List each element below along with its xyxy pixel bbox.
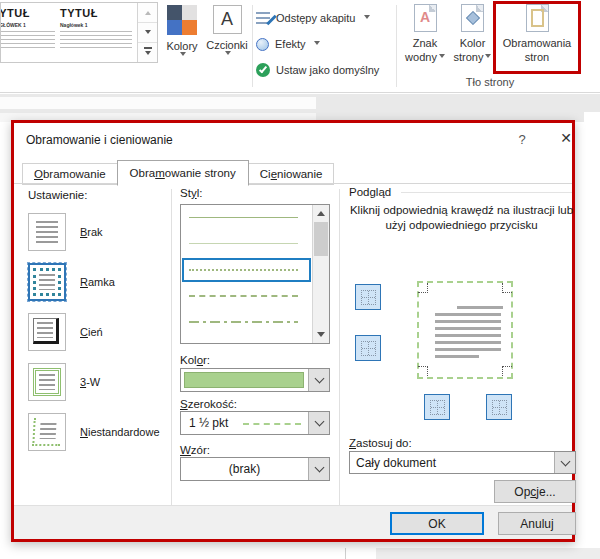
- style-set-card-1[interactable]: TYTUŁ NAGŁÓWEK 1: [1, 3, 55, 62]
- style-label: Styl:: [180, 187, 202, 199]
- setting-label: Ustawienie:: [28, 189, 87, 201]
- gallery-scroll-up-button[interactable]: [138, 3, 157, 23]
- chevron-down-icon: [314, 374, 324, 384]
- up-arrow-icon: [145, 8, 151, 15]
- document-page-edge: [0, 97, 316, 109]
- ribbon-separator: [252, 5, 253, 87]
- style-item-thin[interactable]: [181, 231, 312, 257]
- watermark-label-line2: wodny: [405, 51, 437, 63]
- apply-to-dropdown[interactable]: Cały dokument: [349, 451, 576, 474]
- text-line: [435, 348, 501, 351]
- options-button[interactable]: Opcje...: [494, 480, 576, 503]
- color-dropdown[interactable]: [180, 368, 330, 392]
- style-listbox[interactable]: [180, 204, 330, 344]
- scrollbar-thumb[interactable]: [314, 222, 328, 256]
- style-item-dashed[interactable]: [181, 283, 312, 309]
- up-arrow-icon: [317, 207, 325, 216]
- preview-text-lines: [435, 306, 503, 362]
- ok-button[interactable]: OK: [390, 512, 484, 535]
- style-set-gallery: TYTUŁ NAGŁÓWEK 1 TYTUŁ Nagłówek 1: [0, 2, 158, 63]
- effects-menu-item[interactable]: Efekty: [256, 31, 394, 57]
- border-grid-icon: [430, 400, 445, 415]
- gallery-more-button[interactable]: [138, 43, 157, 62]
- dotted-line-sample: [189, 269, 298, 271]
- color-label: Kolor:: [180, 354, 210, 366]
- top-border-toggle-button[interactable]: [355, 284, 381, 310]
- setting-option-none[interactable]: Brak: [28, 213, 103, 251]
- style-item-dotted-selected[interactable]: [181, 257, 312, 283]
- border-grid-icon: [492, 400, 507, 415]
- art-label: Wzór:: [180, 444, 210, 456]
- dropdown-button[interactable]: [554, 452, 575, 473]
- chevron-down-icon: [225, 51, 231, 58]
- style-set-body-preview: [60, 31, 132, 48]
- down-arrow-icon: [145, 30, 151, 37]
- setting-box-icon: [28, 263, 66, 301]
- close-icon[interactable]: ✕: [557, 130, 575, 146]
- bottom-border-toggle-button[interactable]: [355, 335, 381, 361]
- preview-group-line: [401, 192, 572, 193]
- check-circle-icon: [256, 63, 270, 77]
- setting-option-shadow[interactable]: Cień: [28, 313, 103, 351]
- set-as-default-menu-item[interactable]: Ustaw jako domyślny: [256, 57, 394, 83]
- help-button[interactable]: ?: [514, 132, 530, 147]
- style-set-title: TYTUŁ: [1, 7, 55, 19]
- right-border-toggle-button[interactable]: [486, 394, 512, 420]
- tab-shading[interactable]: Cieniowanie: [248, 163, 335, 185]
- art-dropdown[interactable]: (brak): [180, 457, 330, 481]
- chevron-down-icon: [314, 417, 324, 427]
- page-color-label-line2: strony: [454, 51, 484, 63]
- ribbon-separator: [396, 5, 397, 87]
- style-item-solid[interactable]: [181, 205, 312, 231]
- tab-borders[interactable]: Obramowanie: [22, 163, 118, 185]
- document-background-bottom: [0, 548, 600, 559]
- page-background-group-label: Tło strony: [400, 76, 580, 88]
- setting-option-3d[interactable]: 3-W: [28, 363, 100, 401]
- scroll-up-button[interactable]: [313, 205, 329, 221]
- dialog-footer: [14, 505, 572, 539]
- colors-button[interactable]: Kolory: [161, 4, 203, 89]
- gallery-scrollbar: [137, 3, 157, 62]
- scroll-down-button[interactable]: [313, 327, 329, 343]
- text-line: [435, 355, 479, 358]
- preview-page-diagram[interactable]: [409, 272, 522, 391]
- chevron-down-icon: [560, 456, 570, 466]
- document-page-border: [345, 548, 346, 559]
- paragraph-spacing-menu-item[interactable]: Odstępy akapitu: [256, 5, 394, 31]
- page-color-button[interactable]: Kolor strony: [450, 4, 495, 64]
- art-value: (brak): [181, 462, 308, 476]
- cancel-button[interactable]: Anuluj: [498, 512, 576, 535]
- word-window: TYTUŁ NAGŁÓWEK 1 TYTUŁ Nagłówek 1 Kolory: [0, 0, 600, 559]
- dialog-title: Obramowanie i cieniowanie: [26, 133, 173, 147]
- width-dropdown[interactable]: 1 ½ pkt: [180, 411, 330, 435]
- chevron-down-icon: [485, 54, 491, 61]
- dashed-line-sample: [189, 295, 298, 297]
- style-list-scrollbar: [312, 205, 329, 343]
- setting-option-box-selected[interactable]: Ramka: [28, 263, 115, 301]
- fonts-button[interactable]: A Czcionki: [203, 4, 251, 89]
- page-color-icon: [461, 4, 484, 32]
- solid-line-sample: [189, 217, 298, 218]
- style-set-card-2[interactable]: TYTUŁ Nagłówek 1: [55, 3, 137, 62]
- dropdown-button[interactable]: [308, 458, 329, 480]
- setting-option-custom[interactable]: Niestandardowe: [28, 413, 160, 451]
- left-border-toggle-button[interactable]: [424, 394, 450, 420]
- paragraph-spacing-icon: [256, 12, 270, 25]
- style-set-body-preview: [1, 31, 55, 48]
- dropdown-button[interactable]: [308, 412, 329, 434]
- border-grid-icon: [361, 341, 376, 356]
- width-label: Szerokość:: [180, 398, 237, 410]
- tab-page-border[interactable]: Obramowanie strony: [117, 160, 249, 186]
- style-item-dash-dot[interactable]: [181, 309, 312, 335]
- paragraph-spacing-label: Odstępy akapitu: [276, 12, 356, 24]
- down-arrow-icon: [317, 332, 325, 341]
- watermark-icon: A: [414, 4, 437, 32]
- width-value: 1 ½ pkt: [189, 416, 228, 430]
- thin-line-sample: [189, 243, 298, 244]
- tab-panel-divider: [14, 183, 572, 184]
- document-background-gray: [376, 548, 600, 559]
- gallery-scroll-down-button[interactable]: [138, 23, 157, 43]
- dropdown-button[interactable]: [308, 369, 329, 391]
- setting-custom-icon: [28, 413, 66, 451]
- watermark-button[interactable]: A Znak wodny: [402, 4, 448, 64]
